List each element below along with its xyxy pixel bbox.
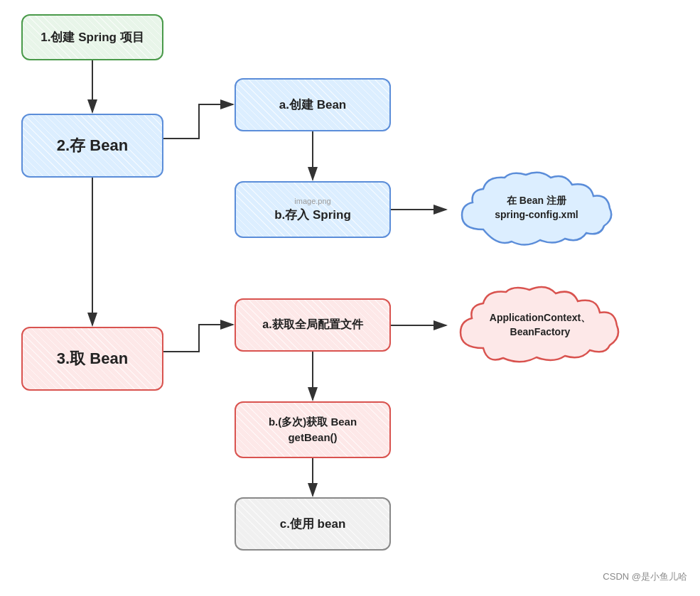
image-label: image.png [294,197,330,205]
node-get-bean: 3.取 Bean [21,327,163,391]
diagram-container: 1.创建 Spring 项目 2.存 Bean 3.取 Bean a.创建 Be… [0,0,700,596]
node-use-bean: c.使用 bean [235,497,391,551]
watermark: CSDN @是小鱼儿哈 [603,570,687,583]
cloud-spring-config: 在 Bean 注册 spring-config.xml [448,169,625,247]
node-get-config: a.获取全局配置文件 [235,298,391,352]
node-create-bean: a.创建 Bean [235,78,391,131]
node-store-bean: 2.存 Bean [21,114,163,178]
cloud-app-context-text: ApplicationContext、 BeanFactory [483,304,598,346]
cloud-spring-config-text: 在 Bean 注册 spring-config.xml [488,187,585,229]
cloud-app-context: ApplicationContext、 BeanFactory [448,284,632,366]
node-get-bean-method: b.(多次)获取 Bean getBean() [235,401,391,458]
node-create-spring: 1.创建 Spring 项目 [21,14,163,60]
node-store-spring: image.png b.存入 Spring [235,181,391,238]
